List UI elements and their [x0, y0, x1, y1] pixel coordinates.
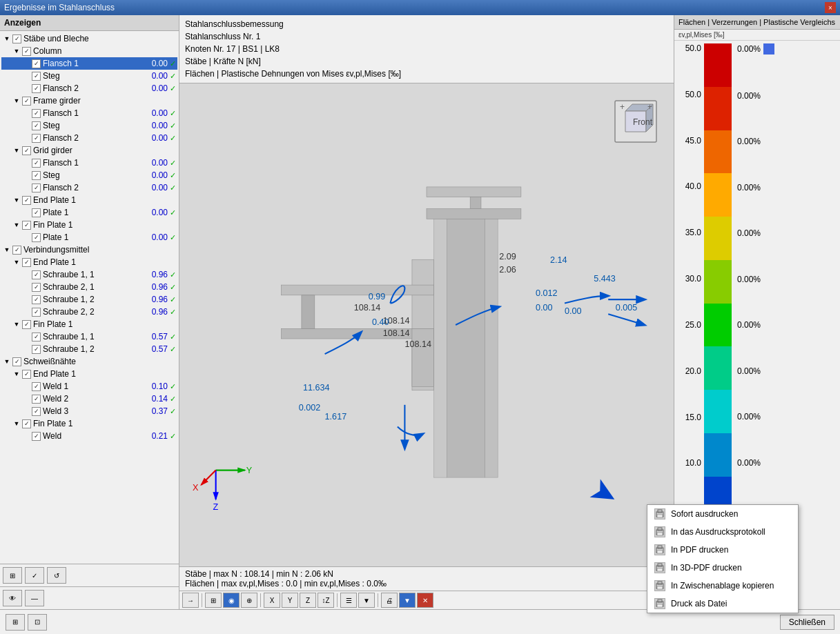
checkbox-schraube21[interactable]: ✓: [32, 283, 41, 292]
tree-item-schraube12b[interactable]: ✓Schraube 1, 20.57✓: [1, 343, 177, 355]
checkbox-schraube12[interactable]: ✓: [32, 295, 41, 304]
bottom-icon-2[interactable]: ⊡: [28, 614, 47, 631]
toolbar-btn-z[interactable]: Z: [300, 593, 316, 608]
tree-item-flansch2_fg[interactable]: ✓Flansch 20.00✓: [1, 132, 177, 144]
tree-item-grid_girder[interactable]: ▼✓Grid girder: [1, 144, 177, 157]
tree-item-flansch1_col[interactable]: ✓Flansch 10.00✓: [1, 57, 177, 70]
tree-item-weld_fp[interactable]: ✓Weld0.21✓: [1, 430, 177, 442]
tree-footer-btn2[interactable]: ✓: [25, 567, 44, 584]
toolbar-btn-list[interactable]: ☰: [340, 593, 357, 608]
expand-icon-fin_plate_1[interactable]: ▼: [12, 221, 21, 229]
tree-item-schraube12[interactable]: ✓Schraube 1, 20.96✓: [1, 293, 177, 306]
viewport-3d[interactable]: 2.09 2.06 2.14 5.443 0.005 108.14 108.14…: [179, 83, 674, 566]
menu-item-print-3dpdf[interactable]: In 3D-PDF drucken: [647, 559, 798, 577]
menu-item-copy-clipboard[interactable]: In Zwischenablage kopieren: [647, 577, 798, 595]
tree-item-end_plate_1c[interactable]: ▼✓End Plate 1: [1, 368, 177, 380]
expand-icon-schweissnaehte[interactable]: ▼: [3, 357, 11, 366]
tree-item-end_plate_1b[interactable]: ▼✓End Plate 1: [1, 256, 177, 268]
checkbox-fin_plate_1c[interactable]: ✓: [22, 419, 31, 428]
checkbox-steg_col[interactable]: ✓: [32, 72, 41, 81]
checkbox-plate1_fp[interactable]: ✓: [32, 233, 41, 242]
checkbox-plate1_ep[interactable]: ✓: [32, 208, 41, 217]
tree-item-weld1[interactable]: ✓Weld 10.10✓: [1, 380, 177, 393]
menu-item-print-now[interactable]: Sofort ausdrucken: [647, 505, 798, 523]
expand-icon-column[interactable]: ▼: [12, 47, 21, 55]
checkbox-flansch1_fg[interactable]: ✓: [32, 109, 41, 118]
toolbar-btn-printdrop[interactable]: ▼: [399, 593, 416, 608]
tree-item-schweissnaehte[interactable]: ▼✓Schweißnähte: [1, 355, 177, 368]
tree-item-end_plate_1[interactable]: ▼✓End Plate 1: [1, 194, 177, 206]
expand-icon-verbindungsmittel[interactable]: ▼: [3, 246, 11, 254]
checkbox-end_plate_1c[interactable]: ✓: [22, 370, 31, 379]
checkbox-weld2[interactable]: ✓: [32, 395, 41, 404]
bottom-icon-1[interactable]: ⊞: [6, 614, 25, 631]
tree-item-verbindungsmittel[interactable]: ▼✓Verbindungsmittel: [1, 244, 177, 256]
checkbox-flansch2_gg[interactable]: ✓: [32, 184, 41, 192]
tree-footer-btn3[interactable]: ↺: [47, 567, 66, 584]
tree-item-column[interactable]: ▼✓Column: [1, 45, 177, 57]
checkbox-weld3[interactable]: ✓: [32, 407, 41, 416]
checkbox-fin_plate_1b[interactable]: ✓: [22, 320, 31, 329]
checkbox-flansch1_col[interactable]: ✓: [32, 59, 41, 68]
tree-item-flansch1_gg[interactable]: ✓Flansch 10.00✓: [1, 157, 177, 169]
close-button[interactable]: ×: [825, 2, 836, 13]
expand-icon-end_plate_1b[interactable]: ▼: [12, 258, 21, 266]
checkbox-fin_plate_1[interactable]: ✓: [22, 221, 31, 230]
tree-item-fin_plate_1[interactable]: ▼✓Fin Plate 1: [1, 219, 177, 231]
checkbox-schraube11b[interactable]: ✓: [32, 333, 41, 341]
expand-icon-grid_girder[interactable]: ▼: [12, 146, 21, 155]
checkbox-schraube22[interactable]: ✓: [32, 308, 41, 317]
tree-item-steg_col[interactable]: ✓Steg0.00✓: [1, 70, 177, 82]
menu-item-save-file[interactable]: Druck als Datei: [647, 595, 798, 609]
tree-item-flansch1_fg[interactable]: ✓Flansch 10.00✓: [1, 107, 177, 119]
tree-item-frame_girder[interactable]: ▼✓Frame girder: [1, 95, 177, 107]
line-button[interactable]: —: [25, 590, 44, 606]
expand-icon-end_plate_1[interactable]: ▼: [12, 196, 21, 204]
checkbox-weld_fp[interactable]: ✓: [32, 432, 41, 441]
checkbox-schraube12b[interactable]: ✓: [32, 345, 41, 354]
toolbar-btn-arrow[interactable]: →: [182, 593, 199, 608]
menu-item-print-protocol[interactable]: In das Ausdrucksprotokoll: [647, 523, 798, 541]
toolbar-btn-grid[interactable]: ⊞: [205, 593, 222, 608]
expand-icon-fin_plate_1c[interactable]: ▼: [12, 419, 21, 428]
tree-item-staebe[interactable]: ▼✓Stäbe und Bleche: [1, 32, 177, 45]
tree-item-schraube11b[interactable]: ✓Schraube 1, 10.57✓: [1, 330, 177, 343]
toolbar-btn-cursor[interactable]: ⊕: [241, 593, 257, 608]
tree-item-plate1_ep[interactable]: ✓Plate 10.00✓: [1, 206, 177, 219]
checkbox-end_plate_1b[interactable]: ✓: [22, 258, 31, 267]
checkbox-column[interactable]: ✓: [22, 47, 31, 56]
toolbar-btn-drop[interactable]: ▼: [358, 593, 375, 608]
checkbox-verbindungsmittel[interactable]: ✓: [12, 246, 21, 255]
toolbar-btn-y[interactable]: Y: [282, 593, 298, 608]
tree-item-weld2[interactable]: ✓Weld 20.14✓: [1, 393, 177, 405]
close-main-button[interactable]: Schließen: [780, 615, 834, 630]
checkbox-grid_girder[interactable]: ✓: [22, 146, 31, 155]
tree-item-steg_fg[interactable]: ✓Steg0.00✓: [1, 119, 177, 132]
tree-footer-btn1[interactable]: ⊞: [3, 567, 22, 584]
tree-item-steg_gg[interactable]: ✓Steg0.00✓: [1, 169, 177, 181]
tree-item-flansch2_col[interactable]: ✓Flansch 20.00✓: [1, 82, 177, 95]
expand-icon-frame_girder[interactable]: ▼: [12, 97, 21, 105]
checkbox-flansch2_col[interactable]: ✓: [32, 84, 41, 93]
eye-button[interactable]: 👁: [3, 590, 22, 606]
tree-item-fin_plate_1b[interactable]: ▼✓Fin Plate 1: [1, 318, 177, 330]
tree-item-flansch2_gg[interactable]: ✓Flansch 20.00✓: [1, 181, 177, 194]
toolbar-btn-xz[interactable]: ↕Z: [318, 593, 334, 608]
checkbox-end_plate_1[interactable]: ✓: [22, 196, 31, 205]
checkbox-flansch1_gg[interactable]: ✓: [32, 159, 41, 168]
toolbar-btn-x[interactable]: X: [264, 593, 280, 608]
toolbar-btn-close-x[interactable]: ✕: [417, 593, 433, 608]
expand-icon-end_plate_1c[interactable]: ▼: [12, 370, 21, 378]
checkbox-schweissnaehte[interactable]: ✓: [12, 357, 21, 366]
expand-icon-fin_plate_1b[interactable]: ▼: [12, 320, 21, 328]
tree-item-schraube22[interactable]: ✓Schraube 2, 20.96✓: [1, 306, 177, 318]
cube-widget[interactable]: Front + +: [612, 97, 660, 146]
tree-item-schraube11[interactable]: ✓Schraube 1, 10.96✓: [1, 268, 177, 281]
checkbox-staebe[interactable]: ✓: [12, 34, 21, 43]
tree-item-fin_plate_1c[interactable]: ▼✓Fin Plate 1: [1, 417, 177, 430]
checkbox-weld1[interactable]: ✓: [32, 382, 41, 391]
menu-item-print-pdf[interactable]: In PDF drucken: [647, 541, 798, 559]
checkbox-flansch2_fg[interactable]: ✓: [32, 134, 41, 143]
tree-item-schraube21[interactable]: ✓Schraube 2, 10.96✓: [1, 281, 177, 293]
checkbox-schraube11[interactable]: ✓: [32, 270, 41, 279]
